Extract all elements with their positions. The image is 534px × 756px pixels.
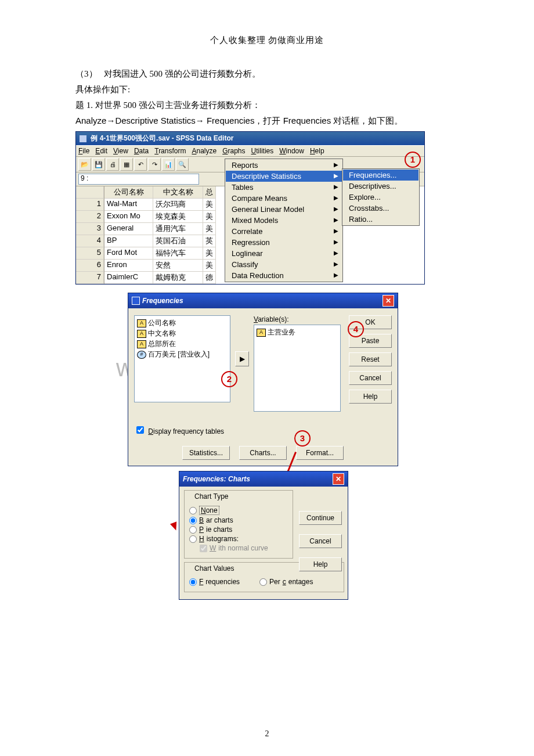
statistics-button[interactable]: Statistics... xyxy=(182,446,230,460)
cell[interactable]: 沃尔玛商 xyxy=(153,199,203,211)
toolbar-dialog-icon[interactable]: ▦ xyxy=(120,158,133,171)
toolbar-redo-icon[interactable]: ↷ xyxy=(148,158,161,171)
help-button[interactable]: Help xyxy=(299,557,342,571)
cell[interactable]: 英国石油 xyxy=(153,235,203,247)
radio-none[interactable]: None xyxy=(189,506,288,515)
display-freq-tables-checkbox[interactable]: Display frequency tables xyxy=(134,427,224,435)
submenu-arrow-icon: ▶ xyxy=(334,217,338,223)
menu-window[interactable]: Window xyxy=(279,147,304,155)
cell[interactable]: 美 xyxy=(203,211,216,223)
cell[interactable]: 埃克森美 xyxy=(153,211,203,223)
cancel-button[interactable]: Cancel xyxy=(349,371,392,385)
var-item[interactable]: 主营业务 xyxy=(268,327,295,337)
menuitem-data-reduction[interactable]: Data Reduction▶ xyxy=(226,270,342,281)
cell[interactable]: 美 xyxy=(203,223,216,235)
row-header-2[interactable]: 2 xyxy=(76,211,104,223)
menuitem-ratio[interactable]: Ratio... xyxy=(343,214,418,225)
cell[interactable]: General xyxy=(104,223,153,235)
toolbar-find-icon[interactable]: 🔍 xyxy=(176,158,189,171)
row-header-3[interactable]: 3 xyxy=(76,223,104,235)
cell-address-box[interactable]: 9 : xyxy=(78,174,199,185)
col-company-name[interactable]: 公司名称 xyxy=(104,186,153,199)
cell[interactable]: DaimlerC xyxy=(104,272,153,284)
cell[interactable]: 戴姆勒克 xyxy=(153,272,203,284)
radio-frequencies[interactable]: Frequencies xyxy=(189,578,240,586)
cancel-button[interactable]: Cancel xyxy=(299,534,342,548)
toolbar-open-icon[interactable]: 📂 xyxy=(78,158,91,171)
row-header-5[interactable]: 5 xyxy=(76,247,104,260)
menuitem-reports[interactable]: Reports▶ xyxy=(226,160,342,171)
move-variable-button[interactable]: ▶ xyxy=(235,351,249,366)
cell[interactable]: Wal-Mart xyxy=(104,199,153,211)
row-header-6[interactable]: 6 xyxy=(76,260,104,272)
cell[interactable]: 通用汽车 xyxy=(153,223,203,235)
var-item[interactable]: 公司名称 xyxy=(148,318,176,328)
format-button[interactable]: Format... xyxy=(296,446,344,460)
menuitem-compare-means[interactable]: Compare Means▶ xyxy=(226,193,342,204)
cell[interactable]: 福特汽车 xyxy=(153,247,203,260)
menuitem-classify[interactable]: Classify▶ xyxy=(226,259,342,270)
cell[interactable]: Exxon Mo xyxy=(104,211,153,223)
menu-graphs[interactable]: Graphs xyxy=(222,147,245,155)
reset-button[interactable]: Reset xyxy=(349,352,392,366)
radio-pie-charts[interactable]: Pie charts xyxy=(189,525,288,534)
cell[interactable]: Enron xyxy=(104,260,153,272)
menuitem-tables[interactable]: Tables▶ xyxy=(226,182,342,193)
continue-button[interactable]: Continue xyxy=(299,511,342,525)
submenu-arrow-icon: ▶ xyxy=(334,250,338,256)
menuitem-explore[interactable]: Explore... xyxy=(343,192,418,203)
menuitem-descriptive-statistics[interactable]: Descriptive Statistics▶ xyxy=(226,171,342,182)
menu-view[interactable]: View xyxy=(113,147,128,155)
cell[interactable]: 美 xyxy=(203,260,216,272)
help-button[interactable]: Help xyxy=(349,390,392,404)
chart-type-legend: Chart Type xyxy=(193,492,230,501)
menu-analyze[interactable]: Analyze xyxy=(192,147,217,155)
radio-bar-charts[interactable]: Bar charts xyxy=(189,516,288,524)
col-chinese-name[interactable]: 中文名称 xyxy=(153,186,203,199)
toolbar-save-icon[interactable]: 💾 xyxy=(92,158,105,171)
target-variable-list[interactable]: A主营业务 xyxy=(254,325,341,412)
cell[interactable]: 美 xyxy=(203,199,216,211)
menu-data[interactable]: Data xyxy=(134,147,149,155)
menuitem-frequencies[interactable]: Frequencies... xyxy=(343,170,418,181)
menu-transform[interactable]: Transform xyxy=(154,147,186,155)
source-variable-list[interactable]: A公司名称 A中文名称 A总部所在 #百万美元 [营业收入] xyxy=(134,315,230,402)
menuitem-crosstabs[interactable]: Crosstabs... xyxy=(343,203,418,214)
col-hq[interactable]: 总 xyxy=(203,186,216,199)
spss-data-editor-window: 例 4-1世界500强公司.sav - SPSS Data Editor Fil… xyxy=(75,131,425,285)
toolbar-undo-icon[interactable]: ↶ xyxy=(134,158,147,171)
radio-percentages[interactable]: Percentages xyxy=(259,578,313,586)
menu-utilities[interactable]: Utilities xyxy=(251,147,274,155)
menu-help[interactable]: Help xyxy=(310,147,324,155)
charts-button[interactable]: Charts... xyxy=(239,446,287,460)
var-item[interactable]: 中文名称 xyxy=(148,329,176,339)
close-icon[interactable]: ✕ xyxy=(383,295,394,307)
var-item[interactable]: 百万美元 [营业收入] xyxy=(148,350,210,359)
data-cells: 公司名称 中文名称 总 Wal-Mart沃尔玛商美 Exxon Mo埃克森美美 … xyxy=(104,186,216,284)
cell[interactable]: 英 xyxy=(203,235,216,247)
display-freq-tables-input[interactable] xyxy=(136,426,144,434)
radio-histograms[interactable]: Histograms: xyxy=(189,535,288,543)
menu-edit[interactable]: Edit xyxy=(95,147,107,155)
close-icon[interactable]: ✕ xyxy=(333,473,344,485)
var-item[interactable]: 总部所在 xyxy=(148,339,176,349)
menuitem-glm[interactable]: General Linear Model▶ xyxy=(226,204,342,215)
menuitem-regression[interactable]: Regression▶ xyxy=(226,237,342,248)
cell[interactable]: 德 xyxy=(203,272,216,284)
frequencies-title-text: Frequencies xyxy=(142,297,183,305)
menuitem-correlate[interactable]: Correlate▶ xyxy=(226,226,342,237)
menuitem-loglinear[interactable]: Loglinear▶ xyxy=(226,248,342,259)
toolbar-print-icon[interactable]: 🖨 xyxy=(106,158,119,171)
charts-titlebar: Frequencies: Charts ✕ xyxy=(179,471,348,487)
cell[interactable]: 安然 xyxy=(153,260,203,272)
menuitem-mixed-models[interactable]: Mixed Models▶ xyxy=(226,215,342,226)
row-header-7[interactable]: 7 xyxy=(76,272,104,284)
menuitem-descriptives[interactable]: Descriptives... xyxy=(343,181,418,192)
toolbar-chart-icon[interactable]: 📊 xyxy=(162,158,175,171)
row-header-1[interactable]: 1 xyxy=(76,199,104,211)
menu-file[interactable]: File xyxy=(78,147,89,155)
cell[interactable]: BP xyxy=(104,235,153,247)
row-header-4[interactable]: 4 xyxy=(76,235,104,247)
cell[interactable]: 美 xyxy=(203,247,216,260)
cell[interactable]: Ford Mot xyxy=(104,247,153,260)
